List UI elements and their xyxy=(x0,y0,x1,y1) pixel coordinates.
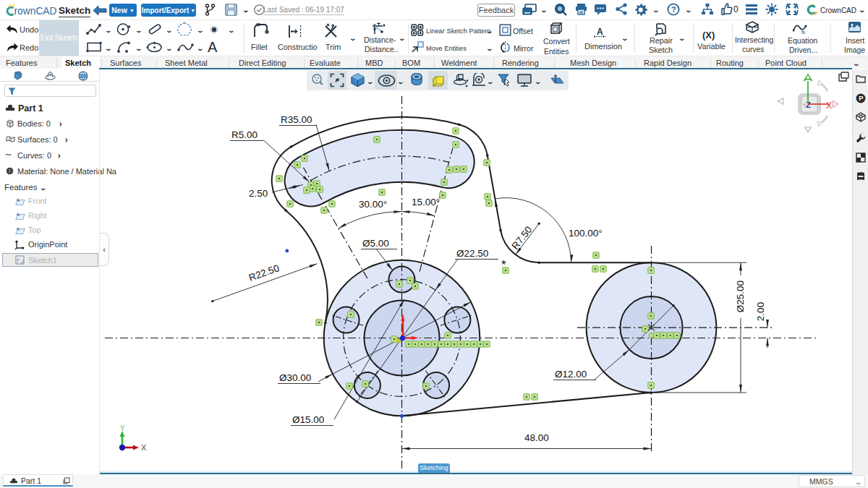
svg-text:X: X xyxy=(826,100,832,111)
svg-text:15.00°: 15.00° xyxy=(412,197,440,207)
svg-text:R22.50: R22.50 xyxy=(247,262,281,283)
svg-text:Ø22.50: Ø22.50 xyxy=(456,248,488,259)
svg-text:?: ? xyxy=(671,5,676,14)
svg-text:30.00°: 30.00° xyxy=(359,199,387,210)
svg-text:P: P xyxy=(859,94,864,102)
svg-text:R35.00: R35.00 xyxy=(281,114,312,125)
svg-text:Y: Y xyxy=(120,425,125,432)
svg-text:100.00°: 100.00° xyxy=(569,228,603,239)
svg-text:Ø15.00: Ø15.00 xyxy=(292,414,324,425)
svg-text:Ø30.00: Ø30.00 xyxy=(279,372,311,383)
svg-text:48.00: 48.00 xyxy=(524,432,549,443)
svg-text:Y: Y xyxy=(803,103,807,108)
svg-text:Ø12.00: Ø12.00 xyxy=(555,369,587,380)
svg-text:2.00: 2.00 xyxy=(755,302,766,321)
svg-text:X: X xyxy=(141,443,147,452)
svg-text:Ø25.00: Ø25.00 xyxy=(735,281,746,312)
svg-text:R5.00: R5.00 xyxy=(231,129,258,140)
svg-text:rownCAD: rownCAD xyxy=(14,6,57,17)
svg-text:R7.50: R7.50 xyxy=(510,224,535,252)
svg-text:2.50: 2.50 xyxy=(249,188,268,199)
svg-text:Ø5.00: Ø5.00 xyxy=(362,238,389,249)
svg-text:A: A xyxy=(597,27,603,37)
svg-text:fx: fx xyxy=(801,30,806,35)
